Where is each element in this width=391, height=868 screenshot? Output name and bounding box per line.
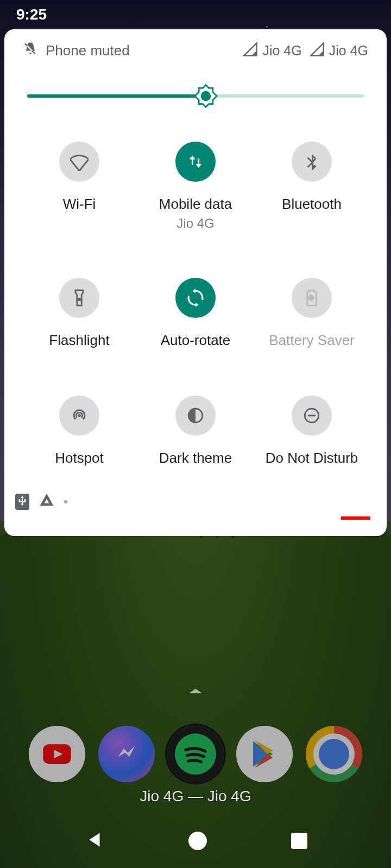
all-apps-handle[interactable] <box>188 687 203 697</box>
carrier-2: Jio 4G <box>329 43 368 59</box>
mobile-data-icon <box>175 142 216 182</box>
drive-icon <box>39 493 54 510</box>
app-messenger[interactable] <box>98 726 155 782</box>
signal-icon <box>310 42 325 60</box>
wifi-icon <box>59 142 99 182</box>
brightness-track-filled <box>27 94 206 98</box>
tile-bluetooth[interactable]: Bluetooth <box>256 142 367 231</box>
notification-bar[interactable] <box>4 487 387 516</box>
tile-label: Battery Saver <box>269 332 355 349</box>
battery-saver-icon <box>292 278 332 318</box>
tile-flashlight[interactable]: Flashlight <box>24 278 135 349</box>
app-spotify[interactable] <box>167 726 224 782</box>
svg-rect-2 <box>79 298 80 299</box>
dnd-icon <box>292 395 332 436</box>
bluetooth-icon <box>292 142 332 182</box>
auto-rotate-icon <box>175 278 216 318</box>
tile-label: Wi-Fi <box>63 196 96 213</box>
dark-theme-icon <box>175 395 216 436</box>
mute-label: Phone muted <box>46 42 130 59</box>
qs-header: Phone muted Jio 4G Jio 4G <box>21 29 370 66</box>
tile-hotspot[interactable]: Hotspot <box>24 395 135 467</box>
clock: 9:25 <box>16 6 47 23</box>
tile-auto-rotate[interactable]: Auto-rotate <box>140 278 251 349</box>
tile-label: Auto-rotate <box>161 332 231 349</box>
qs-header-carriers: Jio 4G Jio 4G <box>243 42 368 60</box>
quick-settings-panel: Phone muted Jio 4G Jio 4G <box>4 29 387 536</box>
signal-icon <box>243 42 258 60</box>
app-play-store[interactable] <box>236 726 293 782</box>
tile-label: Hotspot <box>55 450 104 467</box>
tile-do-not-disturb[interactable]: Do Not Disturb <box>256 395 367 467</box>
tile-label: Bluetooth <box>282 196 342 213</box>
svg-rect-6 <box>308 415 316 417</box>
tile-label: Dark theme <box>159 450 232 467</box>
app-youtube[interactable] <box>29 726 85 782</box>
navigation-bar <box>0 814 391 868</box>
flashlight-icon <box>59 278 99 318</box>
carrier-1: Jio 4G <box>262 43 301 59</box>
tile-mobile-data[interactable]: Mobile data Jio 4G <box>140 142 251 231</box>
brightness-thumb[interactable] <box>194 84 218 108</box>
mute-icon <box>23 41 38 60</box>
qs-tile-grid: Wi-Fi Mobile data Jio 4G Bluetooth <box>24 142 367 467</box>
nav-recent-button[interactable] <box>291 833 307 849</box>
tile-sublabel: Jio 4G <box>159 216 232 231</box>
carrier-label: Jio 4G — Jio 4G <box>0 788 391 805</box>
status-bar: 9:25 <box>0 0 391 29</box>
nav-home-button[interactable] <box>188 832 207 850</box>
svg-point-1 <box>200 91 210 101</box>
tile-battery-saver[interactable]: Battery Saver <box>256 278 367 349</box>
brightness-slider[interactable] <box>27 85 364 107</box>
more-notifications-dot <box>64 500 67 503</box>
tile-dark-theme[interactable]: Dark theme <box>140 395 251 467</box>
tile-label: Mobile data <box>159 196 232 213</box>
hotspot-icon <box>59 395 99 436</box>
tile-label: Do Not Disturb <box>266 450 358 467</box>
tile-label: Flashlight <box>49 332 109 349</box>
nav-back-button[interactable] <box>84 829 105 852</box>
dock <box>0 726 391 782</box>
usb-icon <box>15 494 29 510</box>
svg-point-3 <box>78 414 81 417</box>
tile-wifi[interactable]: Wi-Fi <box>24 142 135 231</box>
app-chrome[interactable] <box>306 726 362 782</box>
